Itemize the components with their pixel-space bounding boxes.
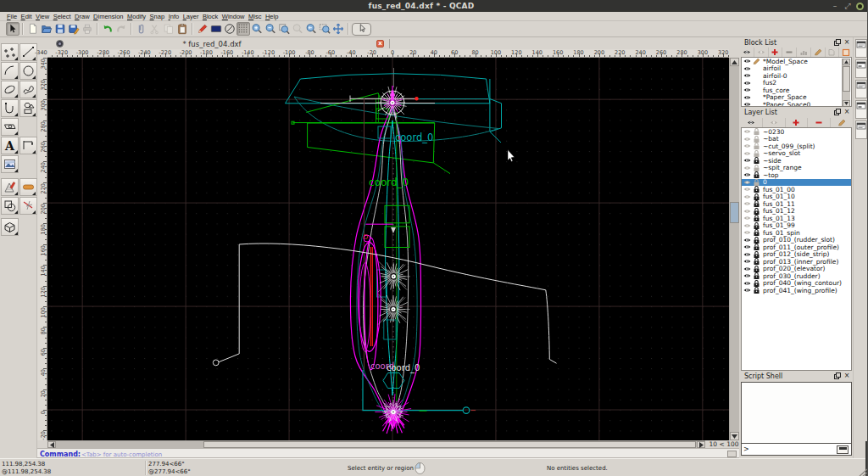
layer-row--spit-range[interactable]: ~spit_range: [742, 165, 851, 172]
cut-button[interactable]: [135, 22, 148, 36]
menu-help[interactable]: Help: [265, 13, 278, 20]
scroll-right-icon[interactable]: [697, 441, 705, 448]
color-selector-button[interactable]: [209, 22, 223, 36]
block-tools-button[interactable]: [1, 218, 19, 236]
menu-window[interactable]: Window: [222, 13, 245, 20]
menu-misc[interactable]: Misc: [248, 13, 261, 20]
visibility-eye-icon[interactable]: [743, 136, 751, 143]
lock-icon[interactable]: [753, 171, 760, 178]
menu-file[interactable]: File: [7, 13, 17, 20]
vertical-scrollbar[interactable]: [729, 58, 739, 440]
shape-tools-button[interactable]: [19, 99, 37, 117]
block-row--paper-space0[interactable]: *Paper_Space0: [742, 101, 851, 107]
visibility-eye-icon[interactable]: [743, 222, 751, 229]
visibility-eye-icon[interactable]: [743, 193, 751, 200]
lock-icon[interactable]: [753, 258, 760, 265]
layer-pencil-tan-button[interactable]: [831, 118, 853, 127]
hatch-tools-button[interactable]: [1, 178, 19, 196]
scroll-left-icon[interactable]: [47, 441, 56, 448]
visibility-eye-icon[interactable]: [743, 157, 751, 164]
preview-toggle[interactable]: [855, 120, 867, 139]
lock-icon[interactable]: [753, 208, 760, 215]
zoom-1-1-button[interactable]: [291, 22, 304, 36]
text-tools-button[interactable]: A: [1, 137, 19, 154]
menu-layer[interactable]: Layer: [183, 13, 199, 20]
layer-plus-red-button[interactable]: [786, 118, 809, 127]
visibility-eye-icon[interactable]: [743, 58, 751, 64]
tab-close-icon[interactable]: x: [376, 40, 384, 48]
selection-filter-toggle[interactable]: [855, 59, 867, 78]
lock-icon[interactable]: [753, 251, 760, 258]
solid-fill-tools-button[interactable]: [19, 178, 37, 196]
lock-icon[interactable]: [753, 272, 760, 279]
lock-icon[interactable]: [753, 222, 760, 229]
lock-icon[interactable]: [753, 186, 760, 193]
lock-icon[interactable]: [753, 157, 760, 164]
drawing-canvas[interactable]: coord_0coord_0coordcoord_0: [47, 58, 729, 440]
undo-button[interactable]: [101, 22, 114, 36]
library-browser-toggle[interactable]: [855, 100, 867, 119]
point-tools-button[interactable]: [1, 43, 19, 61]
auto-zoom-button[interactable]: [277, 22, 291, 36]
circle-tools-button[interactable]: [19, 62, 37, 80]
block-plus-red-button[interactable]: [769, 48, 783, 57]
visibility-eye-icon[interactable]: [743, 150, 751, 157]
layer-eye-gray-button[interactable]: [763, 118, 786, 127]
zoom-in-button[interactable]: [250, 22, 264, 36]
linetype-selector-button[interactable]: [223, 22, 236, 36]
close-panel-icon[interactable]: ×: [843, 39, 850, 46]
layer-row-fus-01-00[interactable]: fus_01_00: [742, 186, 851, 193]
layer-row-fus-01-13[interactable]: fus_01_13: [742, 215, 851, 222]
visibility-eye-icon[interactable]: [743, 266, 751, 272]
draw-settings-button[interactable]: [196, 22, 209, 36]
horizontal-scroll-thumb[interactable]: [203, 441, 696, 448]
selection-tool-button[interactable]: [352, 23, 371, 36]
visibility-eye-icon[interactable]: [743, 251, 751, 258]
visibility-eye-icon[interactable]: [743, 215, 751, 221]
lock-icon[interactable]: [753, 165, 760, 171]
visibility-eye-icon[interactable]: [743, 244, 751, 250]
visibility-eye-icon[interactable]: [743, 200, 751, 207]
block-row-airfoil[interactable]: airfoil: [742, 65, 851, 73]
layer-row--0230[interactable]: ~0230: [742, 128, 851, 136]
visibility-eye-icon[interactable]: [743, 87, 751, 93]
visibility-eye-icon[interactable]: [743, 65, 751, 72]
close-button[interactable]: [856, 3, 864, 10]
scroll-thumb[interactable]: [843, 66, 850, 92]
block-row--model-space[interactable]: *Model_Space: [742, 58, 851, 65]
property-editor-toggle[interactable]: [855, 39, 867, 58]
grid-toggle-button[interactable]: [236, 22, 250, 36]
lock-icon[interactable]: [753, 150, 760, 157]
ellipse-tools-button[interactable]: [1, 81, 19, 98]
lock-icon[interactable]: [753, 266, 760, 272]
lock-icon[interactable]: [753, 193, 760, 200]
menu-modify[interactable]: Modify: [127, 13, 146, 20]
menu-view[interactable]: View: [36, 13, 49, 20]
visibility-eye-icon[interactable]: [743, 208, 751, 215]
block-eye-dark-button[interactable]: [740, 48, 754, 57]
menu-block[interactable]: Block: [203, 13, 218, 20]
lock-icon[interactable]: [753, 287, 760, 294]
open-file-button[interactable]: [40, 22, 53, 36]
visibility-eye-icon[interactable]: [743, 280, 751, 287]
print-button[interactable]: [81, 22, 94, 36]
visibility-eye-icon[interactable]: [743, 186, 751, 193]
pan-button[interactable]: [331, 22, 345, 36]
block-pencil-tan-button[interactable]: [811, 48, 826, 57]
dimension-tools-button[interactable]: [19, 137, 37, 154]
visibility-eye-icon[interactable]: [743, 179, 751, 186]
menu-info[interactable]: Info: [169, 13, 180, 20]
crop-tools-button[interactable]: [19, 197, 37, 215]
save-as-button[interactable]: [67, 22, 81, 36]
visibility-eye-icon[interactable]: [743, 72, 751, 79]
visibility-eye-icon[interactable]: [743, 237, 751, 244]
scroll-up-icon[interactable]: [730, 58, 739, 66]
menu-snap[interactable]: Snap: [150, 13, 165, 20]
zoom-previous-button[interactable]: [304, 22, 318, 36]
visibility-eye-icon[interactable]: [743, 165, 751, 171]
layer-row--top[interactable]: ~top: [742, 171, 851, 179]
block-row-airfoil-0[interactable]: airfoil-0: [742, 72, 851, 80]
lock-icon[interactable]: [753, 143, 760, 149]
visibility-eye-icon[interactable]: [743, 128, 751, 135]
lock-icon[interactable]: [753, 229, 760, 236]
